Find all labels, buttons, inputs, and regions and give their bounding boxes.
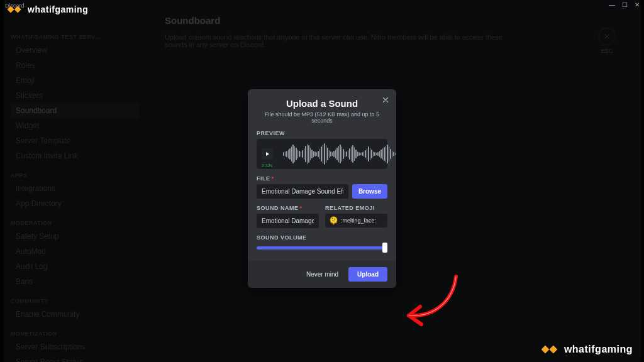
play-button[interactable]: [262, 148, 273, 160]
modal-title: Upload a Sound: [257, 98, 387, 109]
emoji-picker[interactable]: 🫠 :melting_face:: [325, 214, 387, 228]
volume-label: SOUND VOLUME: [257, 234, 387, 241]
slider-track: [257, 246, 387, 250]
close-window-icon[interactable]: ✕: [634, 1, 640, 8]
play-icon: [266, 152, 269, 156]
window-controls: — ☐ ✕: [609, 1, 640, 8]
emoji-code: :melting_face:: [341, 217, 376, 224]
file-label: FILE*: [257, 175, 387, 182]
upload-button[interactable]: Upload: [348, 267, 387, 282]
clip-duration: 2.32s: [262, 163, 272, 168]
watermark-bottom: whatifgaming: [540, 343, 633, 356]
sound-name-input[interactable]: [257, 214, 319, 228]
related-emoji-label: RELATED EMOJI: [325, 205, 387, 211]
slider-thumb[interactable]: [382, 243, 387, 253]
watermark-logo-icon: [6, 4, 24, 15]
modal-subtitle: File should be MP3 (512 KB max) and up t…: [257, 111, 387, 124]
watermark-text: whatifgaming: [564, 344, 633, 355]
minimize-icon[interactable]: —: [609, 1, 615, 8]
annotation-arrow: [396, 270, 465, 333]
volume-slider[interactable]: [257, 243, 387, 252]
upload-sound-modal: Upload a Sound File should be MP3 (512 K…: [248, 89, 396, 288]
watermark-logo-icon: [540, 343, 560, 356]
browse-button[interactable]: Browse: [352, 184, 387, 199]
sound-name-label: SOUND NAME*: [257, 205, 319, 211]
maximize-icon[interactable]: ☐: [621, 1, 628, 8]
modal-close-button[interactable]: [381, 96, 390, 107]
never-mind-button[interactable]: Never mind: [301, 267, 343, 282]
preview-label: PREVIEW: [257, 130, 387, 136]
watermark-top: whatifgaming: [6, 4, 88, 15]
modal-footer: Never mind Upload: [248, 261, 396, 288]
sound-preview: 2.32s: [257, 139, 387, 169]
file-name-input[interactable]: [257, 184, 348, 199]
waveform[interactable]: [280, 143, 398, 165]
watermark-text: whatifgaming: [28, 4, 88, 14]
emoji-icon: 🫠: [329, 216, 338, 225]
